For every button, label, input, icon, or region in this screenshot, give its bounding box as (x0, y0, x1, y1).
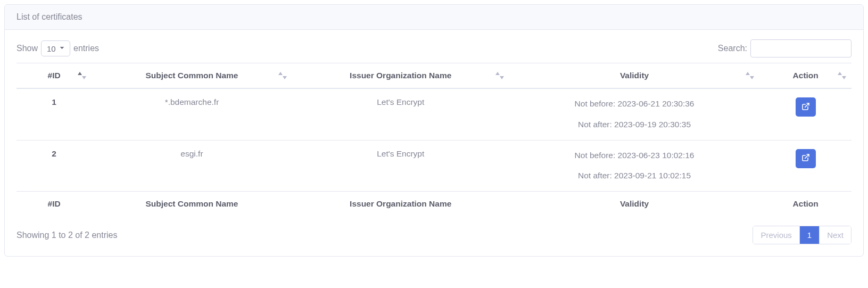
sort-icon (746, 72, 754, 79)
card-body: Show 10 entries Search: #ID (5, 30, 863, 256)
col-action-label: Action (793, 71, 819, 80)
cell-validity: Not before: 2023-06-21 20:30:36 Not afte… (509, 88, 760, 140)
search-control: Search: (718, 39, 852, 57)
col-subject-label: Subject Common Name (145, 71, 238, 80)
table-top-controls: Show 10 entries Search: (16, 39, 852, 57)
length-control: Show 10 entries (16, 40, 99, 56)
entries-select[interactable]: 10 (41, 40, 70, 56)
cell-id: 1 (16, 88, 92, 140)
footcol-issuer: Issuer Organization Name (292, 192, 509, 217)
cell-issuer: Let's Encrypt (292, 140, 509, 192)
sort-icon (78, 72, 86, 79)
page-previous[interactable]: Previous (753, 226, 799, 244)
col-id-label: #ID (48, 71, 61, 80)
sort-icon (278, 72, 287, 79)
col-issuer[interactable]: Issuer Organization Name (292, 63, 509, 89)
col-issuer-label: Issuer Organization Name (350, 71, 451, 80)
table-bottom-bar: Showing 1 to 2 of 2 entries Previous 1 N… (16, 226, 852, 244)
open-button[interactable] (796, 149, 816, 168)
sort-icon (495, 72, 504, 79)
svg-line-1 (805, 154, 808, 158)
table-info: Showing 1 to 2 of 2 entries (16, 231, 117, 240)
cell-action (759, 88, 852, 140)
certificates-table: #ID Subject Common Name (16, 63, 852, 216)
card-header: List of certificates (5, 5, 863, 30)
search-input[interactable] (750, 39, 852, 57)
cell-issuer: Let's Encrypt (292, 88, 509, 140)
external-link-icon (801, 102, 810, 112)
external-link-icon (801, 153, 810, 163)
col-subject[interactable]: Subject Common Name (92, 63, 292, 89)
not-after: Not after: 2023-09-19 20:30:35 (515, 118, 755, 131)
cell-validity: Not before: 2023-06-23 10:02:16 Not afte… (509, 140, 760, 192)
certificates-card: List of certificates Show 10 entries Sea… (4, 4, 864, 257)
entries-label: entries (73, 44, 99, 53)
card-title: List of certificates (16, 12, 82, 21)
search-label: Search: (718, 44, 747, 53)
table-footer-row: #ID Subject Common Name Issuer Organizat… (16, 192, 852, 217)
svg-line-0 (805, 103, 808, 107)
open-button[interactable] (796, 97, 816, 117)
footcol-action: Action (759, 192, 852, 217)
cell-action (759, 140, 852, 192)
not-after: Not after: 2023-09-21 10:02:15 (515, 169, 755, 183)
cell-subject: esgi.fr (92, 140, 292, 192)
not-before: Not before: 2023-06-23 10:02:16 (515, 149, 755, 162)
table-row: 1 *.bdemarche.fr Let's Encrypt Not befor… (16, 88, 852, 140)
pagination: Previous 1 Next (753, 226, 852, 244)
col-id[interactable]: #ID (16, 63, 92, 89)
page-1[interactable]: 1 (800, 226, 820, 244)
footcol-id: #ID (16, 192, 92, 217)
table-row: 2 esgi.fr Let's Encrypt Not before: 2023… (16, 140, 852, 192)
col-validity-label: Validity (620, 71, 649, 80)
footcol-validity: Validity (509, 192, 760, 217)
col-validity[interactable]: Validity (509, 63, 760, 89)
not-before: Not before: 2023-06-21 20:30:36 (515, 97, 755, 111)
page-next[interactable]: Next (820, 226, 851, 244)
footcol-subject: Subject Common Name (92, 192, 292, 217)
cell-subject: *.bdemarche.fr (92, 88, 292, 140)
show-label: Show (16, 44, 38, 53)
table-header-row: #ID Subject Common Name (16, 63, 852, 89)
sort-icon (838, 72, 846, 79)
cell-id: 2 (16, 140, 92, 192)
col-action[interactable]: Action (759, 63, 852, 89)
